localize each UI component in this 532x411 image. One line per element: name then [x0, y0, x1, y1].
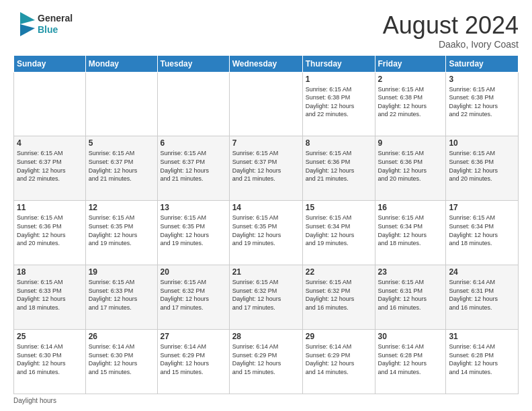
svg-marker-0 [20, 12, 35, 24]
day-number: 31 [449, 332, 515, 341]
week-row-2: 4Sunrise: 6:15 AMSunset: 6:37 PMDaylight… [14, 136, 519, 201]
day-info: Sunrise: 6:14 AMSunset: 6:31 PMDaylight:… [449, 278, 515, 312]
day-cell: 5Sunrise: 6:15 AMSunset: 6:37 PMDaylight… [85, 136, 157, 201]
logo: GeneralBlue [13, 12, 73, 36]
footer-note: Daylight hours [13, 397, 519, 404]
day-number: 2 [378, 75, 443, 84]
day-number: 27 [161, 332, 226, 341]
day-number: 23 [378, 267, 443, 277]
day-number: 4 [17, 138, 83, 148]
day-info: Sunrise: 6:14 AMSunset: 6:29 PMDaylight:… [161, 342, 226, 376]
day-cell: 8Sunrise: 6:15 AMSunset: 6:36 PMDaylight… [302, 136, 375, 201]
day-cell: 16Sunrise: 6:15 AMSunset: 6:34 PMDayligh… [375, 201, 446, 265]
day-number: 7 [232, 138, 300, 148]
page: GeneralBlue August 2024 Daako, Ivory Coa… [0, 0, 532, 411]
day-number: 28 [232, 332, 300, 341]
col-header-monday: Monday [85, 55, 157, 72]
day-cell: 30Sunrise: 6:14 AMSunset: 6:28 PMDayligh… [375, 330, 446, 394]
day-cell: 13Sunrise: 6:15 AMSunset: 6:35 PMDayligh… [157, 201, 229, 265]
col-header-sunday: Sunday [14, 55, 86, 72]
day-info: Sunrise: 6:15 AMSunset: 6:32 PMDaylight:… [306, 278, 372, 312]
day-cell: 17Sunrise: 6:15 AMSunset: 6:34 PMDayligh… [446, 201, 519, 265]
col-header-thursday: Thursday [302, 55, 375, 72]
day-cell: 3Sunrise: 6:15 AMSunset: 6:38 PMDaylight… [446, 72, 519, 136]
day-cell: 10Sunrise: 6:15 AMSunset: 6:36 PMDayligh… [446, 136, 519, 201]
day-cell: 22Sunrise: 6:15 AMSunset: 6:32 PMDayligh… [302, 265, 375, 330]
day-cell: 25Sunrise: 6:14 AMSunset: 6:30 PMDayligh… [14, 330, 86, 394]
day-info: Sunrise: 6:15 AMSunset: 6:36 PMDaylight:… [449, 149, 515, 183]
logo-text-blue: Blue [38, 24, 73, 36]
day-cell: 15Sunrise: 6:15 AMSunset: 6:34 PMDayligh… [302, 201, 375, 265]
location: Daako, Ivory Coast [383, 39, 519, 50]
day-info: Sunrise: 6:14 AMSunset: 6:29 PMDaylight:… [306, 342, 372, 376]
day-cell [157, 72, 229, 136]
calendar-header-row: SundayMondayTuesdayWednesdayThursdayFrid… [14, 55, 519, 72]
day-number: 1 [306, 75, 372, 84]
day-number: 14 [232, 203, 300, 212]
day-info: Sunrise: 6:15 AMSunset: 6:37 PMDaylight:… [232, 149, 300, 183]
day-info: Sunrise: 6:15 AMSunset: 6:32 PMDaylight:… [232, 278, 300, 312]
col-header-saturday: Saturday [446, 55, 519, 72]
day-cell: 27Sunrise: 6:14 AMSunset: 6:29 PMDayligh… [157, 330, 229, 394]
day-cell: 26Sunrise: 6:14 AMSunset: 6:30 PMDayligh… [85, 330, 157, 394]
day-info: Sunrise: 6:14 AMSunset: 6:28 PMDaylight:… [378, 342, 443, 376]
day-cell: 6Sunrise: 6:15 AMSunset: 6:37 PMDaylight… [157, 136, 229, 201]
day-info: Sunrise: 6:15 AMSunset: 6:34 PMDaylight:… [449, 214, 515, 247]
day-info: Sunrise: 6:15 AMSunset: 6:33 PMDaylight:… [17, 278, 83, 312]
week-row-3: 11Sunrise: 6:15 AMSunset: 6:36 PMDayligh… [14, 201, 519, 265]
day-number: 21 [232, 267, 300, 277]
day-cell: 7Sunrise: 6:15 AMSunset: 6:37 PMDaylight… [229, 136, 302, 201]
day-info: Sunrise: 6:14 AMSunset: 6:29 PMDaylight:… [232, 342, 300, 376]
day-cell: 31Sunrise: 6:14 AMSunset: 6:28 PMDayligh… [446, 330, 519, 394]
day-number: 25 [17, 332, 83, 341]
header: GeneralBlue August 2024 Daako, Ivory Coa… [13, 12, 519, 50]
day-cell: 20Sunrise: 6:15 AMSunset: 6:32 PMDayligh… [157, 265, 229, 330]
day-info: Sunrise: 6:15 AMSunset: 6:37 PMDaylight:… [161, 149, 226, 183]
col-header-wednesday: Wednesday [229, 55, 302, 72]
day-number: 17 [449, 203, 515, 212]
day-cell: 19Sunrise: 6:15 AMSunset: 6:33 PMDayligh… [85, 265, 157, 330]
day-cell [14, 72, 86, 136]
day-number: 26 [89, 332, 154, 341]
day-info: Sunrise: 6:15 AMSunset: 6:38 PMDaylight:… [378, 85, 443, 119]
logo-icon [13, 12, 35, 36]
day-info: Sunrise: 6:15 AMSunset: 6:36 PMDaylight:… [378, 149, 443, 183]
day-number: 10 [449, 138, 515, 148]
day-number: 24 [449, 267, 515, 277]
day-info: Sunrise: 6:15 AMSunset: 6:35 PMDaylight:… [232, 214, 300, 247]
day-info: Sunrise: 6:14 AMSunset: 6:28 PMDaylight:… [449, 342, 515, 376]
day-number: 29 [306, 332, 372, 341]
day-info: Sunrise: 6:14 AMSunset: 6:30 PMDaylight:… [17, 342, 83, 376]
day-cell: 24Sunrise: 6:14 AMSunset: 6:31 PMDayligh… [446, 265, 519, 330]
day-info: Sunrise: 6:15 AMSunset: 6:32 PMDaylight:… [161, 278, 226, 312]
day-cell: 11Sunrise: 6:15 AMSunset: 6:36 PMDayligh… [14, 201, 86, 265]
day-cell: 4Sunrise: 6:15 AMSunset: 6:37 PMDaylight… [14, 136, 86, 201]
day-cell [85, 72, 157, 136]
day-cell: 29Sunrise: 6:14 AMSunset: 6:29 PMDayligh… [302, 330, 375, 394]
day-info: Sunrise: 6:15 AMSunset: 6:37 PMDaylight:… [17, 149, 83, 183]
col-header-tuesday: Tuesday [157, 55, 229, 72]
title-block: August 2024 Daako, Ivory Coast [383, 12, 519, 50]
day-info: Sunrise: 6:15 AMSunset: 6:31 PMDaylight:… [378, 278, 443, 312]
day-number: 20 [161, 267, 226, 277]
day-info: Sunrise: 6:15 AMSunset: 6:38 PMDaylight:… [306, 85, 372, 119]
week-row-1: 1Sunrise: 6:15 AMSunset: 6:38 PMDaylight… [14, 72, 519, 136]
day-number: 12 [89, 203, 154, 212]
day-cell: 23Sunrise: 6:15 AMSunset: 6:31 PMDayligh… [375, 265, 446, 330]
day-info: Sunrise: 6:15 AMSunset: 6:33 PMDaylight:… [89, 278, 154, 312]
day-cell: 1Sunrise: 6:15 AMSunset: 6:38 PMDaylight… [302, 72, 375, 136]
day-number: 19 [89, 267, 154, 277]
day-cell: 21Sunrise: 6:15 AMSunset: 6:32 PMDayligh… [229, 265, 302, 330]
logo-text-general: General [38, 13, 73, 24]
day-number: 11 [17, 203, 83, 212]
calendar-table: SundayMondayTuesdayWednesdayThursdayFrid… [13, 55, 519, 394]
day-info: Sunrise: 6:15 AMSunset: 6:34 PMDaylight:… [306, 214, 372, 247]
day-number: 5 [89, 138, 154, 148]
month-year: August 2024 [383, 12, 519, 39]
day-number: 22 [306, 267, 372, 277]
day-info: Sunrise: 6:15 AMSunset: 6:38 PMDaylight:… [449, 85, 515, 119]
col-header-friday: Friday [375, 55, 446, 72]
day-cell: 12Sunrise: 6:15 AMSunset: 6:35 PMDayligh… [85, 201, 157, 265]
day-cell: 2Sunrise: 6:15 AMSunset: 6:38 PMDaylight… [375, 72, 446, 136]
day-number: 9 [378, 138, 443, 148]
